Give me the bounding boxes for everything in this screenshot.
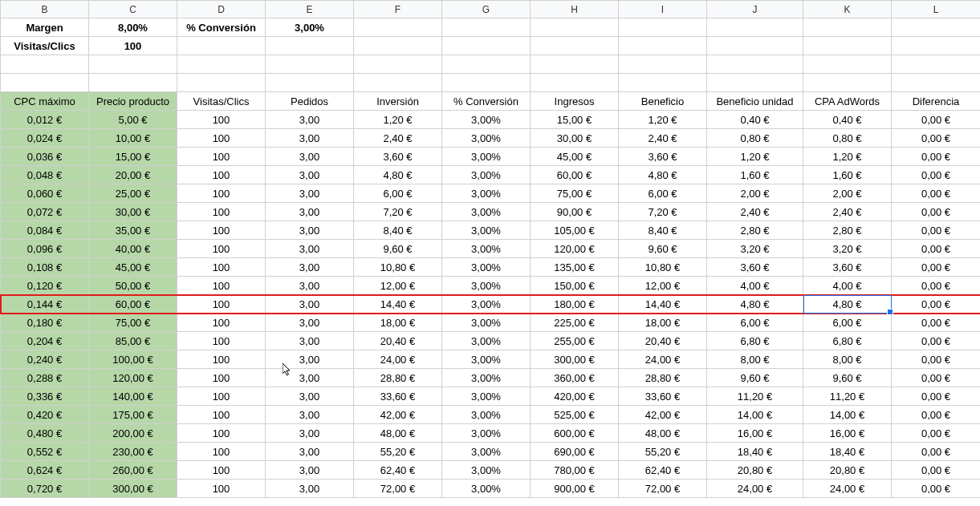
cell-i[interactable]: 12,00 € bbox=[619, 277, 707, 295]
cell-f[interactable]: 18,00 € bbox=[354, 314, 442, 332]
cell-b[interactable]: 0,072 € bbox=[1, 203, 89, 221]
cell-k[interactable]: 20,80 € bbox=[803, 461, 892, 480]
cell-i[interactable]: 48,00 € bbox=[619, 424, 707, 443]
cell-d[interactable]: 100 bbox=[177, 387, 266, 406]
cell-j[interactable]: 18,40 € bbox=[707, 443, 803, 461]
cell-l[interactable]: 0,00 € bbox=[892, 258, 981, 277]
cell-c[interactable]: 20,00 € bbox=[89, 166, 177, 184]
cell-b[interactable]: 0,120 € bbox=[1, 277, 89, 295]
cell-h[interactable]: 300,00 € bbox=[531, 350, 619, 369]
cell-k[interactable]: 24,00 € bbox=[803, 480, 892, 498]
cell-g[interactable]: 3,00% bbox=[442, 240, 531, 258]
cell-f[interactable]: 42,00 € bbox=[354, 406, 442, 424]
cell-f[interactable]: 33,60 € bbox=[354, 387, 442, 406]
cell-g[interactable]: 3,00% bbox=[442, 406, 531, 424]
cell-f[interactable]: 1,20 € bbox=[354, 111, 442, 129]
cell-h[interactable]: 135,00 € bbox=[531, 258, 619, 277]
cell-e[interactable]: 3,00 bbox=[266, 387, 354, 406]
cell-k[interactable]: 2,80 € bbox=[803, 221, 892, 240]
empty-cell[interactable] bbox=[531, 74, 619, 92]
cell-b[interactable]: 0,240 € bbox=[1, 350, 89, 369]
cell-e[interactable]: 3,00 bbox=[266, 203, 354, 221]
cell-k[interactable]: 0,80 € bbox=[803, 129, 892, 148]
empty-cell[interactable] bbox=[442, 18, 531, 37]
cell-l[interactable]: 0,00 € bbox=[892, 277, 981, 295]
cell-e[interactable]: 3,00 bbox=[266, 480, 354, 498]
cell-f[interactable]: 24,00 € bbox=[354, 350, 442, 369]
cell-k[interactable]: 2,40 € bbox=[803, 203, 892, 221]
cell-k[interactable]: 2,00 € bbox=[803, 184, 892, 203]
empty-cell[interactable] bbox=[619, 55, 707, 74]
cell-i[interactable]: 33,60 € bbox=[619, 387, 707, 406]
empty-cell[interactable] bbox=[354, 55, 442, 74]
cell-j[interactable]: 2,40 € bbox=[707, 203, 803, 221]
cell-i[interactable]: 1,20 € bbox=[619, 111, 707, 129]
value-visitas[interactable]: 100 bbox=[89, 37, 177, 55]
cell-l[interactable]: 0,00 € bbox=[892, 350, 981, 369]
cell-i[interactable]: 6,00 € bbox=[619, 184, 707, 203]
cell-j[interactable]: 0,40 € bbox=[707, 111, 803, 129]
column-header-J[interactable]: J bbox=[707, 1, 803, 18]
empty-cell[interactable] bbox=[177, 37, 266, 55]
cell-d[interactable]: 100 bbox=[177, 240, 266, 258]
cell-e[interactable]: 3,00 bbox=[266, 295, 354, 314]
empty-cell[interactable] bbox=[177, 74, 266, 92]
cell-h[interactable]: 60,00 € bbox=[531, 166, 619, 184]
cell-l[interactable]: 0,00 € bbox=[892, 221, 981, 240]
cell-l[interactable]: 0,00 € bbox=[892, 461, 981, 480]
cell-h[interactable]: 900,00 € bbox=[531, 480, 619, 498]
empty-cell[interactable] bbox=[531, 18, 619, 37]
cell-h[interactable]: 105,00 € bbox=[531, 221, 619, 240]
cell-j[interactable]: 8,00 € bbox=[707, 350, 803, 369]
cell-k[interactable]: 1,20 € bbox=[803, 148, 892, 166]
cell-k[interactable]: 4,80 € bbox=[803, 295, 892, 314]
cell-i[interactable]: 14,40 € bbox=[619, 295, 707, 314]
header-i[interactable]: Beneficio bbox=[619, 92, 707, 111]
cell-j[interactable]: 2,80 € bbox=[707, 221, 803, 240]
header-g[interactable]: % Conversión bbox=[442, 92, 531, 111]
empty-cell[interactable] bbox=[707, 55, 803, 74]
cell-i[interactable]: 3,60 € bbox=[619, 148, 707, 166]
cell-c[interactable]: 50,00 € bbox=[89, 277, 177, 295]
column-header-H[interactable]: H bbox=[531, 1, 619, 18]
empty-cell[interactable] bbox=[707, 74, 803, 92]
cell-j[interactable]: 4,00 € bbox=[707, 277, 803, 295]
cell-i[interactable]: 42,00 € bbox=[619, 406, 707, 424]
cell-e[interactable]: 3,00 bbox=[266, 111, 354, 129]
cell-e[interactable]: 3,00 bbox=[266, 406, 354, 424]
column-header-C[interactable]: C bbox=[89, 1, 177, 18]
cell-d[interactable]: 100 bbox=[177, 295, 266, 314]
empty-cell[interactable] bbox=[803, 74, 892, 92]
cell-h[interactable]: 255,00 € bbox=[531, 332, 619, 350]
label-conversion-header[interactable]: % Conversión bbox=[177, 18, 266, 37]
cell-c[interactable]: 120,00 € bbox=[89, 369, 177, 387]
cell-f[interactable]: 9,60 € bbox=[354, 240, 442, 258]
cell-c[interactable]: 60,00 € bbox=[89, 295, 177, 314]
cell-e[interactable]: 3,00 bbox=[266, 332, 354, 350]
cell-j[interactable]: 6,00 € bbox=[707, 314, 803, 332]
cell-h[interactable]: 90,00 € bbox=[531, 203, 619, 221]
cell-g[interactable]: 3,00% bbox=[442, 369, 531, 387]
cell-b[interactable]: 0,624 € bbox=[1, 461, 89, 480]
cell-d[interactable]: 100 bbox=[177, 129, 266, 148]
cell-f[interactable]: 10,80 € bbox=[354, 258, 442, 277]
cell-k[interactable]: 8,00 € bbox=[803, 350, 892, 369]
cell-b[interactable]: 0,012 € bbox=[1, 111, 89, 129]
cell-k[interactable]: 6,00 € bbox=[803, 314, 892, 332]
cell-c[interactable]: 30,00 € bbox=[89, 203, 177, 221]
empty-cell[interactable] bbox=[266, 74, 354, 92]
empty-cell[interactable] bbox=[531, 37, 619, 55]
cell-l[interactable]: 0,00 € bbox=[892, 480, 981, 498]
cell-l[interactable]: 0,00 € bbox=[892, 240, 981, 258]
cell-l[interactable]: 0,00 € bbox=[892, 387, 981, 406]
cell-h[interactable]: 75,00 € bbox=[531, 184, 619, 203]
cell-e[interactable]: 3,00 bbox=[266, 424, 354, 443]
cell-d[interactable]: 100 bbox=[177, 166, 266, 184]
cell-g[interactable]: 3,00% bbox=[442, 148, 531, 166]
cell-g[interactable]: 3,00% bbox=[442, 295, 531, 314]
cell-c[interactable]: 45,00 € bbox=[89, 258, 177, 277]
cell-d[interactable]: 100 bbox=[177, 184, 266, 203]
empty-cell[interactable] bbox=[354, 74, 442, 92]
cell-l[interactable]: 0,00 € bbox=[892, 369, 981, 387]
cell-k[interactable]: 11,20 € bbox=[803, 387, 892, 406]
